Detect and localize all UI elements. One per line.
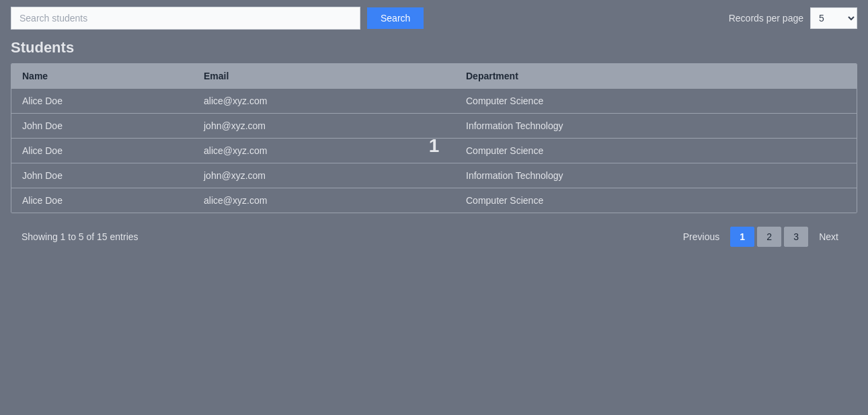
cell-email: john@xyz.com: [193, 163, 455, 188]
table-row: John Doejohn@xyz.comInformation Technolo…: [11, 163, 857, 188]
cell-name: Alice Doe: [11, 89, 193, 114]
cell-name: John Doe: [11, 114, 193, 139]
cell-department: Computer Science: [455, 139, 857, 163]
cell-department: Computer Science: [455, 188, 857, 213]
records-per-page-label: Records per page: [729, 13, 803, 24]
cell-name: Alice Doe: [11, 188, 193, 213]
cell-name: John Doe: [11, 163, 193, 188]
page-title: Students: [11, 36, 857, 56]
students-table: Name Email Department Alice Doealice@xyz…: [11, 64, 857, 213]
table-header-row: Name Email Department: [11, 64, 857, 89]
students-table-container: Name Email Department Alice Doealice@xyz…: [11, 63, 857, 213]
cell-department: Information Technology: [455, 114, 857, 139]
cell-name: Alice Doe: [11, 139, 193, 163]
col-header-department: Department: [455, 64, 857, 89]
cell-department: Information Technology: [455, 163, 857, 188]
cell-email: john@xyz.com: [193, 114, 455, 139]
table-row: Alice Doealice@xyz.comComputer Science: [11, 139, 857, 163]
page-3-button[interactable]: 3: [784, 227, 808, 247]
table-row: Alice Doealice@xyz.comComputer Science: [11, 89, 857, 114]
cell-email: alice@xyz.com: [193, 89, 455, 114]
cell-email: alice@xyz.com: [193, 139, 455, 163]
table-row: John Doejohn@xyz.comInformation Technolo…: [11, 114, 857, 139]
footer-bar: Showing 1 to 5 of 15 entries Previous 1 …: [11, 219, 857, 255]
previous-button[interactable]: Previous: [675, 227, 727, 246]
cell-email: alice@xyz.com: [193, 188, 455, 213]
records-per-page-select[interactable]: 5 10 25 50: [810, 7, 857, 29]
cell-department: Computer Science: [455, 89, 857, 114]
showing-text: Showing 1 to 5 of 15 entries: [22, 231, 139, 242]
search-input[interactable]: [11, 7, 360, 30]
page-2-button[interactable]: 2: [757, 227, 781, 247]
next-button[interactable]: Next: [811, 227, 846, 246]
page-1-button[interactable]: 1: [730, 227, 754, 247]
page-content: Students Name Email Department Alice Doe…: [0, 36, 868, 255]
col-header-email: Email: [193, 64, 455, 89]
table-row: Alice Doealice@xyz.comComputer Science: [11, 188, 857, 213]
search-button[interactable]: Search: [367, 7, 424, 29]
col-header-name: Name: [11, 64, 193, 89]
pagination: Previous 1 2 3 Next: [675, 227, 846, 247]
top-bar: Search Records per page 5 10 25 50: [0, 0, 868, 36]
